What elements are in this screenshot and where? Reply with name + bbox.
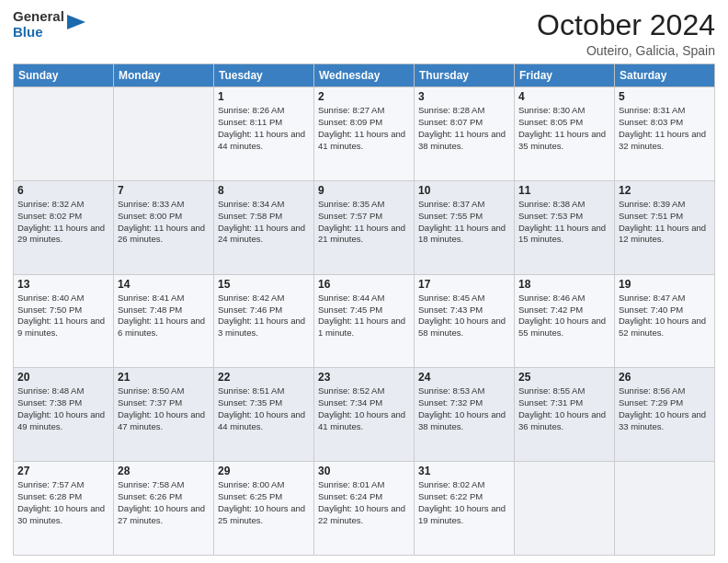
day-number: 12 xyxy=(619,184,711,197)
day-number: 20 xyxy=(17,371,109,384)
weekday-header-friday: Friday xyxy=(515,64,615,87)
calendar-cell: 2Sunrise: 8:27 AM Sunset: 8:09 PM Daylig… xyxy=(314,87,415,181)
calendar-cell: 18Sunrise: 8:46 AM Sunset: 7:42 PM Dayli… xyxy=(515,274,615,368)
day-number: 4 xyxy=(518,90,610,103)
day-number: 25 xyxy=(518,371,610,384)
calendar-cell: 6Sunrise: 8:32 AM Sunset: 8:02 PM Daylig… xyxy=(14,180,114,274)
logo: General Blue xyxy=(13,9,85,40)
weekday-header-wednesday: Wednesday xyxy=(314,64,415,87)
day-number: 13 xyxy=(17,278,109,291)
calendar-week-4: 20Sunrise: 8:48 AM Sunset: 7:38 PM Dayli… xyxy=(14,368,715,462)
day-info: Sunrise: 8:50 AM Sunset: 7:37 PM Dayligh… xyxy=(118,385,210,432)
day-info: Sunrise: 8:40 AM Sunset: 7:50 PM Dayligh… xyxy=(17,293,109,339)
day-info: Sunrise: 8:33 AM Sunset: 8:00 PM Dayligh… xyxy=(118,199,210,246)
day-info: Sunrise: 8:56 AM Sunset: 7:29 PM Dayligh… xyxy=(619,385,711,432)
weekday-header-sunday: Sunday xyxy=(14,64,114,87)
month-title: October 2024 xyxy=(537,9,715,41)
calendar-cell: 22Sunrise: 8:51 AM Sunset: 7:35 PM Dayli… xyxy=(214,368,314,462)
logo-blue: Blue xyxy=(13,25,64,40)
weekday-header-thursday: Thursday xyxy=(415,64,515,87)
calendar-cell: 3Sunrise: 8:28 AM Sunset: 8:07 PM Daylig… xyxy=(415,87,515,181)
day-info: Sunrise: 8:38 AM Sunset: 7:53 PM Dayligh… xyxy=(518,199,610,246)
calendar-cell xyxy=(615,462,715,556)
day-info: Sunrise: 8:51 AM Sunset: 7:35 PM Dayligh… xyxy=(218,385,310,432)
day-number: 28 xyxy=(118,465,210,477)
calendar-table: SundayMondayTuesdayWednesdayThursdayFrid… xyxy=(13,63,715,556)
calendar-cell: 10Sunrise: 8:37 AM Sunset: 7:55 PM Dayli… xyxy=(415,180,515,274)
day-info: Sunrise: 8:55 AM Sunset: 7:31 PM Dayligh… xyxy=(518,385,610,432)
day-info: Sunrise: 8:26 AM Sunset: 8:11 PM Dayligh… xyxy=(218,105,310,152)
day-info: Sunrise: 8:42 AM Sunset: 7:46 PM Dayligh… xyxy=(218,293,310,339)
day-info: Sunrise: 8:47 AM Sunset: 7:40 PM Dayligh… xyxy=(619,293,711,339)
calendar-cell: 15Sunrise: 8:42 AM Sunset: 7:46 PM Dayli… xyxy=(214,274,314,368)
day-number: 30 xyxy=(318,465,410,477)
day-info: Sunrise: 8:45 AM Sunset: 7:43 PM Dayligh… xyxy=(418,293,510,339)
calendar-cell: 1Sunrise: 8:26 AM Sunset: 8:11 PM Daylig… xyxy=(214,87,314,181)
day-number: 5 xyxy=(619,90,711,103)
calendar-cell: 17Sunrise: 8:45 AM Sunset: 7:43 PM Dayli… xyxy=(415,274,515,368)
calendar-cell: 30Sunrise: 8:01 AM Sunset: 6:24 PM Dayli… xyxy=(314,462,415,556)
svg-marker-0 xyxy=(67,15,85,29)
day-info: Sunrise: 8:37 AM Sunset: 7:55 PM Dayligh… xyxy=(418,199,510,246)
day-info: Sunrise: 8:27 AM Sunset: 8:09 PM Dayligh… xyxy=(318,105,410,152)
day-info: Sunrise: 8:32 AM Sunset: 8:02 PM Dayligh… xyxy=(17,199,109,246)
day-info: Sunrise: 8:34 AM Sunset: 7:58 PM Dayligh… xyxy=(218,199,310,246)
weekday-header-saturday: Saturday xyxy=(615,64,715,87)
calendar-cell: 26Sunrise: 8:56 AM Sunset: 7:29 PM Dayli… xyxy=(615,368,715,462)
day-number: 10 xyxy=(418,184,510,197)
day-info: Sunrise: 8:30 AM Sunset: 8:05 PM Dayligh… xyxy=(518,105,610,152)
day-info: Sunrise: 8:46 AM Sunset: 7:42 PM Dayligh… xyxy=(518,293,610,339)
day-info: Sunrise: 8:41 AM Sunset: 7:48 PM Dayligh… xyxy=(118,293,210,339)
day-number: 19 xyxy=(619,278,711,291)
weekday-header-row: SundayMondayTuesdayWednesdayThursdayFrid… xyxy=(14,64,715,87)
calendar-week-5: 27Sunrise: 7:57 AM Sunset: 6:28 PM Dayli… xyxy=(14,462,715,556)
day-number: 31 xyxy=(418,465,510,477)
day-number: 7 xyxy=(118,184,210,197)
logo-chevron-icon xyxy=(65,13,85,33)
calendar-cell xyxy=(14,87,114,181)
calendar-cell: 5Sunrise: 8:31 AM Sunset: 8:03 PM Daylig… xyxy=(615,87,715,181)
day-info: Sunrise: 8:52 AM Sunset: 7:34 PM Dayligh… xyxy=(318,385,410,432)
day-number: 27 xyxy=(17,465,109,477)
day-number: 29 xyxy=(218,465,310,477)
day-number: 24 xyxy=(418,371,510,384)
calendar-cell: 28Sunrise: 7:58 AM Sunset: 6:26 PM Dayli… xyxy=(114,462,214,556)
calendar-cell: 31Sunrise: 8:02 AM Sunset: 6:22 PM Dayli… xyxy=(415,462,515,556)
calendar-week-1: 1Sunrise: 8:26 AM Sunset: 8:11 PM Daylig… xyxy=(14,87,715,181)
calendar-cell: 27Sunrise: 7:57 AM Sunset: 6:28 PM Dayli… xyxy=(14,462,114,556)
day-info: Sunrise: 8:39 AM Sunset: 7:51 PM Dayligh… xyxy=(619,199,711,246)
weekday-header-tuesday: Tuesday xyxy=(214,64,314,87)
day-info: Sunrise: 8:01 AM Sunset: 6:24 PM Dayligh… xyxy=(318,479,410,526)
day-number: 1 xyxy=(218,90,310,103)
calendar-cell: 21Sunrise: 8:50 AM Sunset: 7:37 PM Dayli… xyxy=(114,368,214,462)
day-number: 21 xyxy=(118,371,210,384)
day-info: Sunrise: 8:02 AM Sunset: 6:22 PM Dayligh… xyxy=(418,479,510,526)
calendar-body: 1Sunrise: 8:26 AM Sunset: 8:11 PM Daylig… xyxy=(14,87,715,556)
day-info: Sunrise: 8:44 AM Sunset: 7:45 PM Dayligh… xyxy=(318,293,410,339)
calendar-cell: 4Sunrise: 8:30 AM Sunset: 8:05 PM Daylig… xyxy=(515,87,615,181)
day-info: Sunrise: 8:31 AM Sunset: 8:03 PM Dayligh… xyxy=(619,105,711,152)
calendar-cell: 29Sunrise: 8:00 AM Sunset: 6:25 PM Dayli… xyxy=(214,462,314,556)
day-number: 8 xyxy=(218,184,310,197)
calendar-cell: 8Sunrise: 8:34 AM Sunset: 7:58 PM Daylig… xyxy=(214,180,314,274)
day-number: 9 xyxy=(318,184,410,197)
day-number: 23 xyxy=(318,371,410,384)
calendar-cell: 11Sunrise: 8:38 AM Sunset: 7:53 PM Dayli… xyxy=(515,180,615,274)
calendar-cell: 14Sunrise: 8:41 AM Sunset: 7:48 PM Dayli… xyxy=(114,274,214,368)
day-number: 15 xyxy=(218,278,310,291)
calendar-cell: 12Sunrise: 8:39 AM Sunset: 7:51 PM Dayli… xyxy=(615,180,715,274)
calendar-week-3: 13Sunrise: 8:40 AM Sunset: 7:50 PM Dayli… xyxy=(14,274,715,368)
calendar-cell: 24Sunrise: 8:53 AM Sunset: 7:32 PM Dayli… xyxy=(415,368,515,462)
day-number: 16 xyxy=(318,278,410,291)
day-number: 6 xyxy=(17,184,109,197)
day-number: 3 xyxy=(418,90,510,103)
day-number: 14 xyxy=(118,278,210,291)
day-number: 2 xyxy=(318,90,410,103)
calendar-cell: 13Sunrise: 8:40 AM Sunset: 7:50 PM Dayli… xyxy=(14,274,114,368)
calendar-cell xyxy=(114,87,214,181)
day-info: Sunrise: 8:48 AM Sunset: 7:38 PM Dayligh… xyxy=(17,385,109,432)
day-info: Sunrise: 8:53 AM Sunset: 7:32 PM Dayligh… xyxy=(418,385,510,432)
day-info: Sunrise: 7:58 AM Sunset: 6:26 PM Dayligh… xyxy=(118,479,210,526)
calendar-cell: 25Sunrise: 8:55 AM Sunset: 7:31 PM Dayli… xyxy=(515,368,615,462)
day-info: Sunrise: 8:35 AM Sunset: 7:57 PM Dayligh… xyxy=(318,199,410,246)
